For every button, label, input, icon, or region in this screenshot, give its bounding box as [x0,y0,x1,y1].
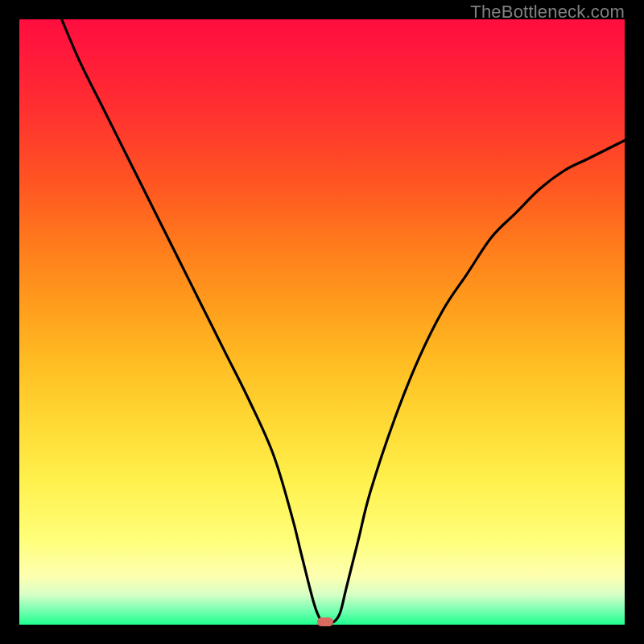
watermark-text: TheBottleneck.com [470,2,625,23]
optimal-point-marker [317,617,333,626]
plot-area [19,19,625,625]
bottleneck-curve [19,19,625,625]
chart-frame: TheBottleneck.com [0,0,644,644]
